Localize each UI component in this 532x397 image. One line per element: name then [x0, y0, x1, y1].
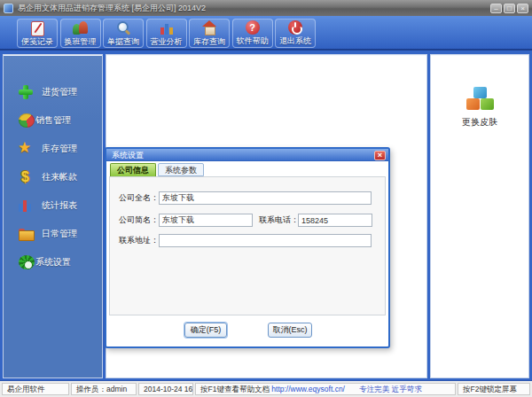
toolbar-button-label: 库存查询 — [193, 36, 225, 47]
gear-icon — [19, 255, 35, 269]
skin-panel: 更换皮肤 — [430, 54, 529, 378]
sidebar-item-label: 统计报表 — [42, 199, 77, 212]
ok-button[interactable]: 确定(F5) — [184, 323, 227, 338]
short-name-field[interactable] — [159, 214, 253, 227]
folder-icon — [18, 226, 34, 242]
address-field[interactable] — [159, 234, 372, 247]
status-help-segment: 按F1键查看帮助文档 http://www.eqysoft.cn/ 专注完美 近… — [195, 383, 456, 395]
bars-icon — [18, 198, 34, 214]
star-icon — [18, 141, 34, 157]
toolbar: 便笺记录 换班管理 单据查询 营业分析 库存查询 软件帮助 退出系统 — [0, 16, 532, 51]
company-info-tabpage: 公司全名： 公司简名： 联系电话： 联系地址： — [109, 176, 386, 315]
bar-chart-icon — [159, 20, 175, 36]
cubes-icon — [465, 87, 495, 113]
title-bar: 易企用文体用品进销存管理系统 [易企用公司] 2014V2 — [0, 0, 532, 16]
search-icon — [115, 20, 131, 36]
toolbar-button-stock-query[interactable]: 库存查询 — [189, 19, 230, 48]
sidebar-item-label: 往来帐款 — [42, 171, 77, 183]
status-app-name: 易企用软件 — [2, 383, 69, 395]
toolbar-button-label: 退出系统 — [279, 35, 311, 46]
people-icon — [73, 20, 89, 36]
sidebar-item-label: 库存管理 — [42, 143, 77, 155]
address-label: 联系地址： — [119, 234, 159, 247]
note-icon — [29, 20, 45, 36]
change-skin-button[interactable]: 更换皮肤 — [431, 87, 528, 128]
short-name-label: 公司简名： — [119, 214, 159, 227]
sidebar-item-label: 日常管理 — [42, 228, 77, 240]
toolbar-button-label: 营业分析 — [151, 36, 183, 47]
dollar-icon — [18, 169, 34, 185]
status-help-link[interactable]: http://www.eqysoft.cn/ — [271, 385, 345, 393]
power-icon — [288, 20, 302, 35]
status-lock-hint: 按F2键锁定屏幕 — [458, 383, 530, 395]
pie-chart-icon — [19, 113, 35, 128]
cancel-button[interactable]: 取消(Esc) — [268, 323, 312, 338]
cube-orange — [466, 98, 480, 110]
house-icon — [201, 20, 217, 36]
cube-green — [481, 98, 494, 110]
phone-field[interactable] — [298, 214, 372, 227]
toolbar-button-doc-query[interactable]: 单据查询 — [103, 19, 144, 48]
toolbar-button-shift[interactable]: 换班管理 — [60, 19, 101, 48]
dialog-title: 系统设置 — [106, 149, 388, 161]
toolbar-button-label: 软件帮助 — [237, 35, 269, 46]
status-bar: 易企用软件 操作员：admin 2014-10-24 16:36:32 按F1键… — [0, 380, 532, 397]
sidebar-item-label: 进货管理 — [42, 86, 77, 98]
tab-system-params[interactable]: 系统参数 — [158, 163, 204, 176]
toolbar-button-notes[interactable]: 便笺记录 — [17, 19, 58, 48]
full-name-field[interactable] — [159, 191, 372, 205]
close-window-icon[interactable] — [517, 4, 528, 13]
status-operator: 操作员：admin — [71, 383, 137, 395]
cube-blue — [473, 87, 487, 98]
status-motto: 专注完美 近乎苛求 — [359, 385, 421, 393]
status-datetime: 2014-10-24 16:36:32 — [138, 383, 193, 395]
main-area: 进货管理 销售管理 库存管理 往来帐款 统计报表 — [0, 52, 532, 380]
toolbar-button-label: 单据查询 — [107, 36, 139, 47]
plus-icon — [18, 84, 34, 100]
sidebar-item-purchase[interactable]: 进货管理 — [4, 78, 102, 106]
sidebar-item-sales[interactable]: 销售管理 — [4, 106, 102, 135]
status-help-hint: 按F1键查看帮助文档 — [200, 385, 270, 393]
minimize-icon[interactable] — [490, 4, 502, 13]
sidebar: 进货管理 销售管理 库存管理 往来帐款 统计报表 — [3, 54, 103, 378]
toolbar-button-analysis[interactable]: 营业分析 — [146, 19, 187, 48]
dialog-tabs: 公司信息 系统参数 — [110, 163, 206, 176]
dialog-close-icon[interactable] — [374, 151, 386, 160]
phone-label: 联系电话： — [259, 214, 299, 227]
app-icon — [4, 4, 13, 13]
maximize-icon[interactable] — [504, 4, 515, 13]
app-window: 易企用文体用品进销存管理系统 [易企用公司] 2014V2 便笺记录 换班管理 … — [0, 0, 532, 397]
system-settings-dialog: 系统设置 公司信息 系统参数 公司全名： 公司简名： 联系电话： 联系地址： 确… — [105, 147, 390, 348]
toolbar-button-help[interactable]: 软件帮助 — [232, 19, 273, 48]
help-icon — [246, 20, 260, 35]
tab-company-info[interactable]: 公司信息 — [110, 163, 156, 176]
toolbar-button-label: 换班管理 — [65, 36, 97, 47]
sidebar-item-inventory[interactable]: 库存管理 — [4, 135, 102, 163]
full-name-label: 公司全名： — [119, 191, 159, 205]
toolbar-button-exit[interactable]: 退出系统 — [275, 19, 316, 48]
window-title: 易企用文体用品进销存管理系统 [易企用公司] 2014V2 — [18, 3, 489, 14]
sidebar-item-daily[interactable]: 日常管理 — [4, 220, 102, 248]
change-skin-label: 更换皮肤 — [431, 116, 528, 128]
sidebar-item-label: 系统设置 — [35, 256, 71, 269]
sidebar-item-reports[interactable]: 统计报表 — [4, 191, 102, 220]
sidebar-item-label: 销售管理 — [35, 114, 71, 127]
sidebar-item-accounts[interactable]: 往来帐款 — [4, 163, 102, 191]
toolbar-button-label: 便笺记录 — [21, 36, 53, 47]
sidebar-item-settings[interactable]: 系统设置 — [4, 248, 102, 276]
